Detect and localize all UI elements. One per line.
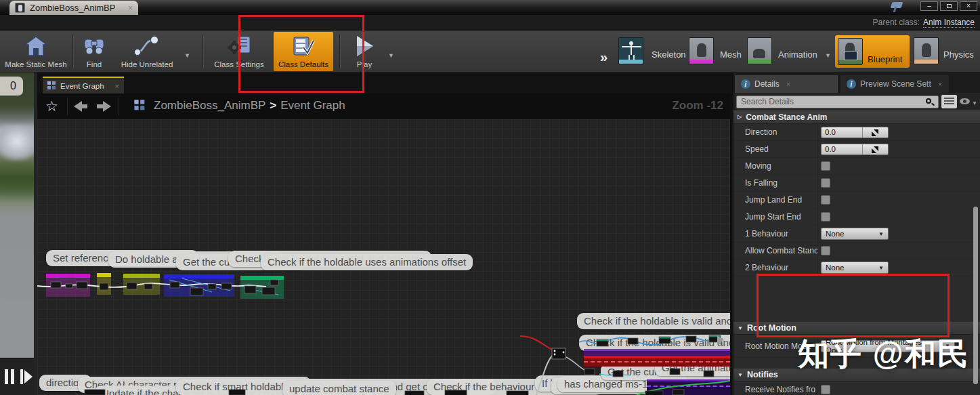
asset-tab-close-icon[interactable]: × — [128, 3, 133, 13]
find-button[interactable]: Find — [77, 32, 112, 71]
is-falling-checkbox[interactable] — [821, 178, 830, 188]
nav-skeleton-label[interactable]: Skeleton — [652, 49, 686, 60]
property-row-allow-combat-stance: Allow Combat Stance — [733, 243, 980, 259]
restore-icon — [947, 4, 952, 8]
chevron-down-icon: ▼ — [873, 265, 884, 271]
hide-unrelated-label: Hide Unrelated — [121, 60, 173, 68]
minimize-button[interactable]: – — [920, 1, 938, 11]
tab-preview-scene-settings[interactable]: i Preview Scene Sett × — [840, 75, 949, 93]
graph-canvas[interactable]: Set reference to holdable actor Do holda… — [37, 119, 730, 395]
behaviour-2-dropdown[interactable]: None▼ — [821, 262, 889, 274]
toolbar: Make Static Mesh Find Hide Unrelated ▼ C… — [0, 30, 980, 72]
animation-thumbnail[interactable] — [747, 37, 772, 64]
expander-arrow-icon: ▼ — [738, 372, 743, 378]
comment-label[interactable]: Check if the holdable is valid and get — [577, 313, 730, 329]
speed-input[interactable]: 0.0 — [821, 144, 889, 155]
event-graph-tab-label: Event Graph — [60, 82, 104, 90]
skeleton-thumb-ground — [619, 60, 643, 64]
play-caret-icon[interactable]: ▼ — [388, 52, 394, 59]
annotation-red-box-root-motion — [757, 274, 950, 337]
property-matrix-button[interactable] — [941, 95, 957, 108]
event-graph-panel: Event Graph × ☆ ZombieBoss_AnimBP>Event … — [37, 72, 730, 395]
separator — [119, 98, 119, 115]
breadcrumb-bar: ☆ ZombieBoss_AnimBP>Event Graph Zoom -12 — [37, 93, 730, 119]
graph-tab-strip: Event Graph × — [37, 72, 730, 93]
search-icon — [925, 98, 934, 106]
overflow-chevron-icon[interactable]: » — [600, 49, 605, 65]
comment-box-blue[interactable] — [164, 274, 234, 297]
animation-caret-icon[interactable]: ▼ — [825, 52, 831, 59]
parent-class: Parent class:Anim Instance — [873, 18, 975, 27]
eye-icon — [960, 98, 970, 104]
comment-box-red[interactable] — [584, 356, 730, 367]
parent-class-label: Parent class: — [873, 18, 920, 27]
preview-tab-label: Preview Scene Sett — [860, 79, 931, 89]
property-row-1-behaviour: 1 Behaviour None▼ — [733, 226, 980, 243]
comment-box-olive[interactable] — [123, 274, 160, 295]
behaviour-1-dropdown[interactable]: None▼ — [821, 228, 889, 240]
info-icon: i — [741, 79, 750, 89]
favorite-star-icon[interactable]: ☆ — [45, 98, 58, 115]
direction-input[interactable]: 0.0 — [821, 127, 889, 138]
blurred-car — [0, 125, 34, 161]
search-details-input[interactable]: Search Details — [736, 96, 939, 108]
jump-land-end-checkbox[interactable] — [821, 195, 830, 205]
event-graph-tab-close-icon[interactable]: × — [115, 82, 119, 90]
comment-box-green[interactable] — [240, 276, 284, 299]
expander-arrow-icon: ▼ — [738, 325, 743, 331]
nav-physics-label[interactable]: Physics — [943, 49, 974, 60]
receive-notifies-checkbox[interactable] — [821, 385, 830, 394]
pause-button[interactable] — [5, 369, 16, 384]
tab-event-graph[interactable]: Event Graph × — [43, 77, 124, 93]
hide-unrelated-button[interactable]: Hide Unrelated — [114, 32, 179, 71]
nav-mesh-label[interactable]: Mesh — [720, 49, 742, 60]
forward-arrow-icon[interactable] — [97, 101, 112, 111]
zoom-level-label: Zoom -12 — [672, 99, 723, 112]
blueprint-nav-active[interactable]: Blueprint — [835, 35, 910, 68]
comment-label[interactable]: update combat stance — [282, 381, 396, 395]
breadcrumb[interactable]: ZombieBoss_AnimBP>Event Graph — [154, 99, 345, 112]
asset-tab[interactable]: ZombieBoss_AnimBP × — [9, 1, 138, 15]
details-tab-close-icon[interactable]: × — [786, 80, 790, 88]
allow-combat-stance-checkbox[interactable] — [821, 246, 830, 255]
comment-box-yellow[interactable] — [97, 273, 111, 295]
back-arrow-icon[interactable] — [74, 101, 89, 111]
property-row-jump-land-end: Jump Land End — [733, 192, 980, 209]
details-tab-label: Details — [754, 79, 780, 89]
drag-diagonal-icon — [872, 129, 878, 136]
tab-details[interactable]: i Details × — [735, 75, 838, 93]
jump-start-end-checkbox[interactable] — [821, 212, 830, 222]
comment-box-magenta[interactable] — [46, 274, 90, 297]
comment-box-purple[interactable] — [584, 349, 730, 356]
find-label: Find — [87, 60, 102, 68]
nav-animation-label[interactable]: Animation — [778, 49, 817, 60]
curve-nodes-icon — [133, 32, 161, 60]
comment-box-deep-purple[interactable] — [647, 379, 730, 395]
asset-tab-title: ZombieBoss_AnimBP — [30, 3, 115, 13]
moving-checkbox[interactable] — [821, 161, 830, 171]
watermark: 知乎 @和民 — [798, 333, 970, 375]
property-row-direction: Direction 0.0 — [733, 124, 980, 141]
hide-unrelated-caret-icon[interactable]: ▼ — [184, 52, 190, 59]
make-static-mesh-button[interactable]: Make Static Mesh — [1, 32, 70, 71]
restore-button[interactable] — [940, 1, 958, 11]
comment-label[interactable]: Check if the holdable uses animations of… — [261, 254, 473, 270]
graph-breadcrumb-icon — [134, 100, 145, 110]
property-row-receive-notifies: Receive Notifies fro — [733, 381, 980, 395]
chevron-down-icon: ▼ — [873, 231, 884, 237]
close-button[interactable]: × — [960, 1, 977, 11]
info-icon: i — [847, 79, 856, 89]
mesh-thumbnail[interactable] — [689, 37, 714, 64]
step-forward-button[interactable] — [20, 369, 33, 384]
preview-tab-close-icon[interactable]: × — [938, 80, 942, 88]
view-options-button[interactable]: ▼ — [960, 95, 977, 108]
details-tab-strip: i Details × i Preview Scene Sett × — [733, 72, 980, 93]
category-combat-stance-anim[interactable]: ▷ Combat Stance Anim — [733, 110, 980, 124]
chevron-down-icon: ▼ — [972, 100, 977, 106]
physics-thumbnail[interactable] — [914, 37, 939, 64]
tutorial-cap-icon[interactable] — [891, 2, 903, 8]
make-static-mesh-label: Make Static Mesh — [5, 60, 66, 68]
parent-class-link[interactable]: Anim Instance — [923, 18, 975, 28]
details-scrollbar[interactable] — [973, 207, 978, 384]
skeleton-thumbnail[interactable] — [618, 37, 643, 64]
